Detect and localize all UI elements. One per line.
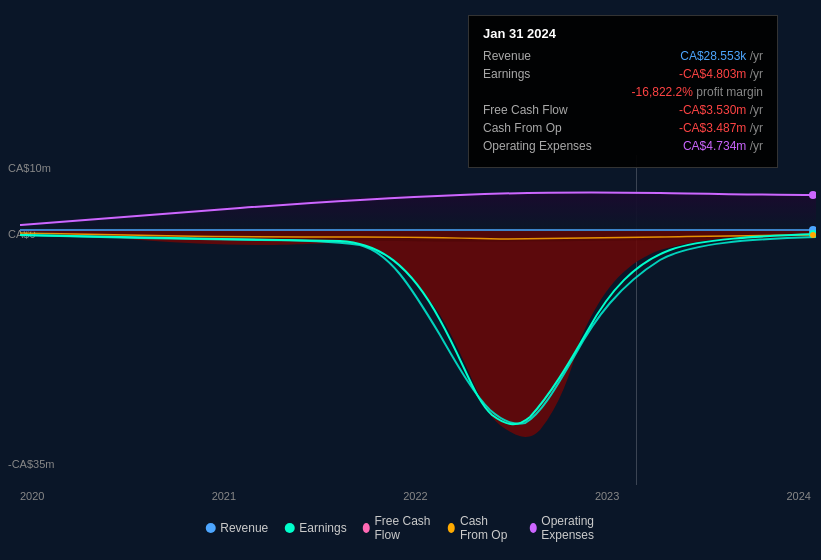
legend-label-revenue: Revenue <box>220 521 268 535</box>
tooltip-date: Jan 31 2024 <box>483 26 763 41</box>
legend-label-fcf: Free Cash Flow <box>374 514 432 542</box>
x-axis: 2020 2021 2022 2023 2024 <box>20 490 811 502</box>
x-label-2024: 2024 <box>787 490 811 502</box>
chart-svg <box>20 155 816 465</box>
legend-dot-earnings <box>284 523 294 533</box>
tooltip-value-earnings: -CA$4.803m /yr <box>679 67 763 81</box>
tooltip: Jan 31 2024 Revenue CA$28.553k /yr Earni… <box>468 15 778 168</box>
x-label-2020: 2020 <box>20 490 44 502</box>
legend-dot-cashop <box>448 523 455 533</box>
tooltip-label-cashop: Cash From Op <box>483 121 603 135</box>
x-label-2023: 2023 <box>595 490 619 502</box>
x-label-2021: 2021 <box>212 490 236 502</box>
tooltip-label-revenue: Revenue <box>483 49 603 63</box>
legend-label-opex: Operating Expenses <box>541 514 615 542</box>
tooltip-value-margin: -16,822.2% profit margin <box>632 85 763 99</box>
legend-item-opex[interactable]: Operating Expenses <box>529 514 615 542</box>
tooltip-value-revenue: CA$28.553k /yr <box>680 49 763 63</box>
tooltip-row-revenue: Revenue CA$28.553k /yr <box>483 49 763 63</box>
tooltip-row-opex: Operating Expenses CA$4.734m /yr <box>483 139 763 153</box>
tooltip-row-margin: -16,822.2% profit margin <box>483 85 763 99</box>
tooltip-label-opex: Operating Expenses <box>483 139 603 153</box>
svg-point-4 <box>810 232 816 238</box>
chart-container: Jan 31 2024 Revenue CA$28.553k /yr Earni… <box>0 0 821 560</box>
tooltip-label-fcf: Free Cash Flow <box>483 103 603 117</box>
tooltip-row-cashop: Cash From Op -CA$3.487m /yr <box>483 121 763 135</box>
tooltip-row-earnings: Earnings -CA$4.803m /yr <box>483 67 763 81</box>
tooltip-row-fcf: Free Cash Flow -CA$3.530m /yr <box>483 103 763 117</box>
legend: Revenue Earnings Free Cash Flow Cash Fro… <box>205 514 616 542</box>
tooltip-label-earnings: Earnings <box>483 67 603 81</box>
legend-dot-opex <box>529 523 536 533</box>
legend-item-revenue[interactable]: Revenue <box>205 521 268 535</box>
legend-dot-fcf <box>363 523 370 533</box>
tooltip-value-cashop: -CA$3.487m /yr <box>679 121 763 135</box>
legend-item-cashop[interactable]: Cash From Op <box>448 514 513 542</box>
x-label-2022: 2022 <box>403 490 427 502</box>
legend-label-cashop: Cash From Op <box>460 514 514 542</box>
tooltip-value-fcf: -CA$3.530m /yr <box>679 103 763 117</box>
legend-item-earnings[interactable]: Earnings <box>284 521 346 535</box>
legend-dot-revenue <box>205 523 215 533</box>
legend-item-fcf[interactable]: Free Cash Flow <box>363 514 433 542</box>
tooltip-value-opex: CA$4.734m /yr <box>683 139 763 153</box>
legend-label-earnings: Earnings <box>299 521 346 535</box>
